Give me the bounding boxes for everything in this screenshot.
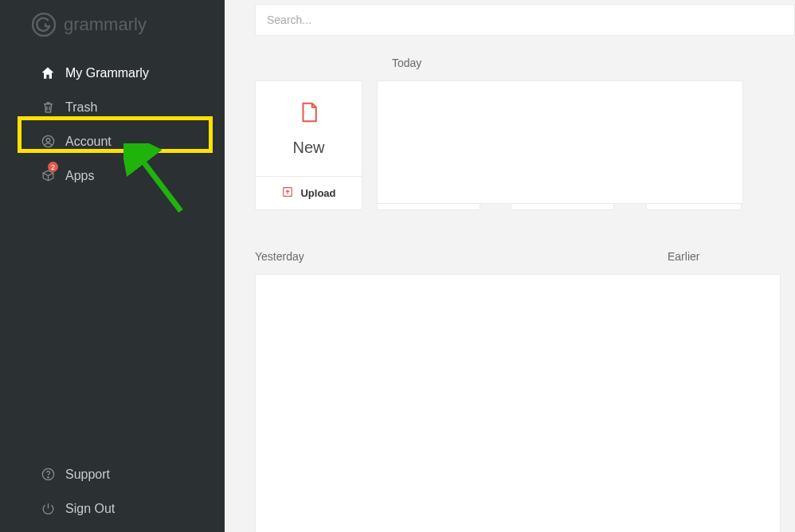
main-content: Today New Upload Yesterday	[225, 0, 795, 532]
apps-badge: 2	[48, 162, 58, 172]
search-bar[interactable]	[255, 4, 795, 36]
svg-point-2	[46, 139, 50, 143]
sidebar-item-my-grammarly[interactable]: My Grammarly	[0, 56, 225, 90]
new-document-button[interactable]: New	[256, 81, 362, 176]
sidebar-item-label: Trash	[65, 100, 97, 115]
sidebar-item-label: Sign Out	[65, 502, 115, 516]
new-label: New	[292, 139, 324, 157]
sidebar-footer: Support Sign Out	[0, 457, 225, 532]
new-document-card: New Upload	[255, 80, 362, 210]
document-card[interactable]	[377, 80, 743, 204]
trash-icon	[40, 100, 56, 115]
today-document-stack	[377, 80, 743, 208]
section-title-earlier: Earlier	[668, 250, 795, 263]
svg-point-4	[47, 477, 48, 478]
sidebar-item-trash[interactable]: Trash	[0, 90, 225, 124]
upload-button[interactable]: Upload	[256, 176, 362, 209]
sidebar-nav: My Grammarly Trash Account Apps 2	[0, 56, 225, 193]
sidebar-item-label: Account	[65, 135, 112, 149]
search-input[interactable]	[267, 14, 783, 26]
brand-logo-area[interactable]: grammarly	[0, 6, 225, 56]
brand-name: grammarly	[64, 14, 147, 35]
document-card[interactable]	[255, 274, 781, 532]
sidebar-item-apps[interactable]: Apps 2	[0, 158, 225, 193]
upload-label: Upload	[300, 187, 335, 199]
sidebar-item-account[interactable]: Account	[0, 124, 225, 158]
sidebar: grammarly My Grammarly Trash Account App…	[0, 0, 225, 532]
sidebar-item-label: Support	[65, 467, 110, 482]
today-cards: New Upload	[255, 80, 795, 210]
power-icon	[40, 501, 56, 517]
home-icon	[40, 65, 56, 81]
upload-icon	[281, 186, 294, 201]
account-icon	[40, 134, 56, 150]
sidebar-item-signout[interactable]: Sign Out	[0, 491, 225, 526]
grammarly-logo-icon	[32, 13, 56, 37]
help-icon	[40, 467, 56, 483]
sidebar-item-label: My Grammarly	[65, 66, 149, 80]
section-title-yesterday: Yesterday	[255, 250, 668, 263]
sidebar-item-label: Apps	[65, 169, 94, 183]
sidebar-item-support[interactable]: Support	[0, 457, 225, 491]
section-title-today: Today	[392, 57, 795, 69]
new-document-icon	[297, 100, 321, 127]
